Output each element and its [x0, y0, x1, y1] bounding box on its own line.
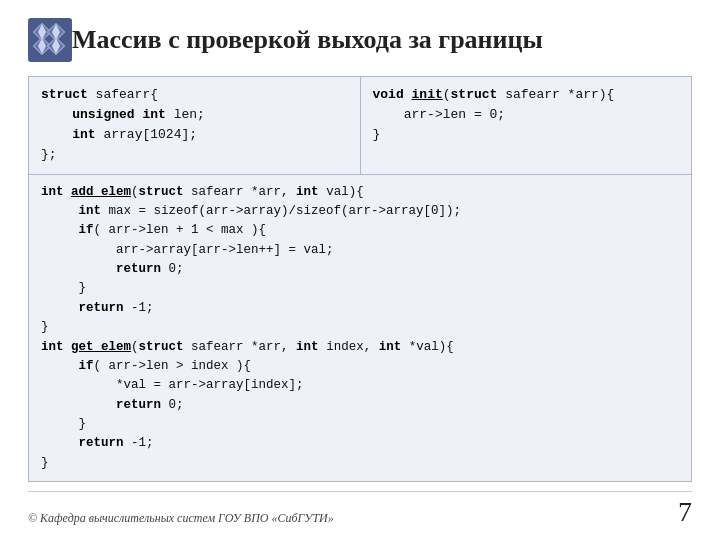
code-init: void init(struct safearr *arr){ arr->len… [361, 77, 692, 174]
slide-title: Массив с проверкой выхода за границы [72, 25, 543, 55]
slide-footer: © Кафедра вычислительных систем ГОУ ВПО … [28, 491, 692, 526]
slide-number: 7 [678, 498, 692, 526]
svg-rect-0 [28, 18, 72, 62]
code-functions: int add_elem(struct safearr *arr, int va… [28, 175, 692, 483]
slide-header: Массив с проверкой выхода за границы [28, 18, 692, 62]
code-struct: struct safearr{ unsigned int len; int ar… [29, 77, 361, 174]
code-top-container: struct safearr{ unsigned int len; int ar… [28, 76, 692, 175]
logo-icon [28, 18, 72, 62]
slide: Массив с проверкой выхода за границы str… [0, 0, 720, 540]
footer-text: © Кафедра вычислительных систем ГОУ ВПО … [28, 511, 334, 526]
